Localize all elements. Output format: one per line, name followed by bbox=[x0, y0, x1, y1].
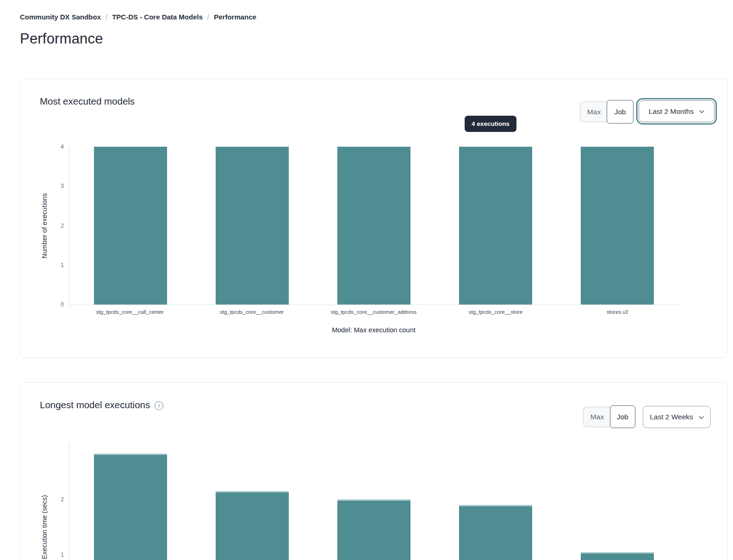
x-axis-title: Model: Max execution count bbox=[69, 326, 678, 334]
bar-tooltip: 4 executions bbox=[465, 116, 516, 132]
card-title-text: Longest model executions bbox=[40, 399, 150, 411]
info-icon[interactable]: i bbox=[155, 401, 163, 410]
max-toggle-button[interactable]: Max bbox=[580, 101, 608, 122]
card-title: Longest model executions i bbox=[40, 399, 163, 411]
x-tick-label: stg_tpcds_core__call_center bbox=[69, 309, 191, 315]
bar[interactable] bbox=[581, 147, 654, 305]
bar[interactable] bbox=[337, 147, 410, 305]
card-title: Most executed models bbox=[40, 96, 135, 107]
bar[interactable] bbox=[94, 147, 167, 305]
bar-slot bbox=[191, 147, 313, 305]
time-range-value: Last 2 Months bbox=[649, 107, 694, 116]
bar[interactable] bbox=[459, 505, 532, 560]
breadcrumb-item-models[interactable]: TPC-DS - Core Data Models bbox=[112, 13, 203, 21]
bar[interactable] bbox=[337, 499, 410, 560]
time-range-value: Last 2 Weeks bbox=[650, 413, 693, 421]
time-range-dropdown[interactable]: Last 2 Weeks bbox=[643, 406, 711, 428]
plot-area: 12 bbox=[69, 443, 678, 560]
chevron-down-icon bbox=[699, 110, 704, 113]
x-tick-label: stores.v2 bbox=[557, 309, 678, 315]
bar-slot bbox=[557, 147, 678, 305]
time-range-dropdown[interactable]: Last 2 Months bbox=[639, 100, 714, 122]
breadcrumb: Community DX Sandbox / TPC-DS - Core Dat… bbox=[20, 13, 256, 21]
plot-area: 01234 bbox=[69, 147, 678, 305]
longest-model-executions-card: Longest model executions i Max Job Last … bbox=[20, 382, 728, 560]
max-job-toggle: Max Job bbox=[583, 405, 635, 428]
bar[interactable] bbox=[216, 147, 289, 305]
breadcrumb-separator: / bbox=[207, 13, 209, 21]
bar-slot bbox=[313, 147, 435, 305]
y-tick-label: 4 bbox=[61, 143, 64, 150]
y-axis-label: Execution time (secs) bbox=[41, 495, 48, 560]
bar[interactable] bbox=[216, 491, 289, 560]
bar[interactable] bbox=[581, 552, 654, 560]
job-toggle-button[interactable]: Job bbox=[607, 100, 634, 124]
bar-slot bbox=[435, 147, 557, 305]
bar-slot bbox=[191, 443, 313, 560]
y-tick-label: 2 bbox=[61, 223, 64, 229]
bar[interactable] bbox=[459, 147, 532, 305]
job-toggle-button[interactable]: Job bbox=[610, 405, 635, 428]
x-tick-label: stg_tpcds_core__store bbox=[435, 309, 556, 315]
y-axis-label: Number of executions bbox=[41, 193, 48, 258]
bar-slot bbox=[69, 443, 191, 560]
x-labels: stg_tpcds_core__call_centerstg_tpcds_cor… bbox=[69, 309, 678, 315]
y-tick-label: 3 bbox=[61, 183, 64, 189]
bar[interactable] bbox=[94, 454, 167, 560]
y-tick-label: 2 bbox=[61, 496, 64, 503]
breadcrumb-separator: / bbox=[106, 13, 107, 21]
bar-slot bbox=[557, 443, 678, 560]
max-job-toggle: Max Job bbox=[580, 100, 634, 124]
page-title: Performance bbox=[20, 31, 103, 47]
bar-slot bbox=[313, 443, 435, 560]
card-title-text: Most executed models bbox=[40, 96, 135, 107]
y-tick-label: 1 bbox=[61, 262, 64, 268]
y-tick-label: 0 bbox=[61, 301, 64, 308]
x-tick-label: stg_tpcds_core__customer bbox=[191, 309, 312, 315]
x-tick-label: stg_tpcds_core__customer_address bbox=[313, 309, 435, 315]
y-tick-label: 1 bbox=[61, 552, 64, 558]
most-executed-models-card: Most executed models Max Job Last 2 Mont… bbox=[20, 79, 728, 358]
breadcrumb-item-current: Performance bbox=[214, 13, 256, 21]
chevron-down-icon bbox=[699, 416, 704, 419]
breadcrumb-item-project[interactable]: Community DX Sandbox bbox=[20, 13, 101, 21]
bar-slot bbox=[435, 443, 557, 560]
bar-slot bbox=[69, 147, 191, 305]
max-toggle-button[interactable]: Max bbox=[583, 407, 611, 427]
